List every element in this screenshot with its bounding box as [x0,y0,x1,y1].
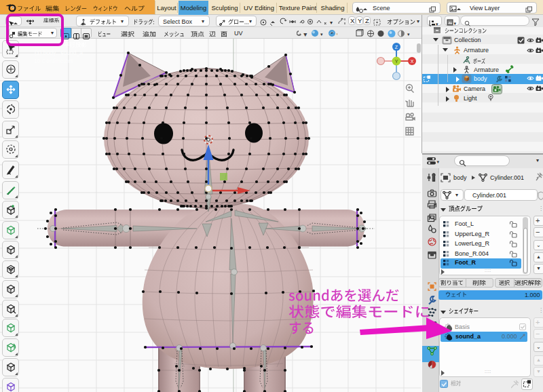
svg-text:▾: ▾ [437,159,440,164]
svg-text:▾: ▾ [337,32,337,37]
svg-text:Z: Z [395,45,398,50]
svg-text:▾: ▾ [320,32,323,37]
svg-text:▾: ▾ [454,21,457,26]
svg-text:▾: ▾ [330,20,333,26]
svg-text:Y: Y [395,59,398,64]
svg-text:▾: ▾ [407,32,410,37]
svg-text:▾: ▾ [304,32,307,37]
svg-text:▾: ▾ [436,22,438,26]
svg-text:X: X [411,59,414,64]
